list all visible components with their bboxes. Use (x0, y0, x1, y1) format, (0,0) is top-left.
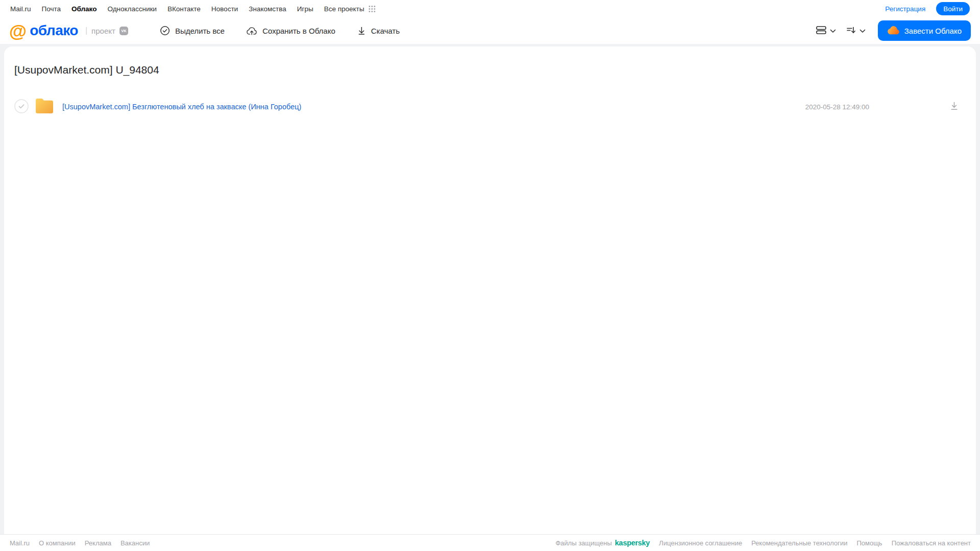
topbar-link-cloud[interactable]: Облако (71, 5, 97, 13)
file-name-link[interactable]: [UsupovMarket.com] Безглютеновый хлеб на… (62, 103, 301, 111)
page-title: [UsupovMarket.com] U_94804 (14, 64, 970, 76)
footer-link-help[interactable]: Помощь (856, 539, 882, 547)
select-all-label: Выделить все (175, 27, 225, 35)
topbar-link-dating[interactable]: Знакомства (249, 5, 286, 13)
list-view-icon (816, 26, 827, 36)
files-protected-label: Файлы защищены (556, 539, 612, 547)
footer-link-license[interactable]: Лицензионное соглашение (659, 539, 742, 547)
file-checkbox[interactable] (14, 99, 29, 115)
cloud-logo[interactable]: @ облако (9, 22, 78, 40)
view-mode-button[interactable] (816, 26, 836, 36)
select-all-button[interactable]: Выделить все (160, 26, 225, 36)
cloud-upload-icon (246, 26, 257, 36)
cloud-icon (887, 26, 899, 36)
topbar-link-games[interactable]: Игры (297, 5, 314, 13)
file-download-button[interactable] (950, 102, 959, 112)
chevron-down-icon (830, 27, 836, 35)
portal-topbar: Mail.ru Почта Облако Одноклассники ВКонт… (0, 0, 980, 17)
kaspersky-logo[interactable]: kaspersky (615, 539, 650, 547)
chevron-down-icon (859, 27, 866, 35)
header-right-controls: Завести Облако (816, 20, 971, 41)
project-label: проект (91, 27, 115, 35)
topbar-link-mail[interactable]: Почта (42, 5, 61, 13)
create-cloud-button[interactable]: Завести Облако (878, 20, 971, 41)
create-cloud-label: Завести Облако (904, 27, 962, 35)
download-label: Скачать (371, 27, 400, 35)
sort-icon (846, 26, 856, 36)
app-header: @ облако | проект VK Выделить все Сохран… (0, 17, 980, 44)
checkmark-circle-icon (160, 26, 170, 36)
topbar-link-mailru[interactable]: Mail.ru (10, 5, 31, 13)
topbar-link-odnoklassniki[interactable]: Одноклассники (107, 5, 156, 13)
footer-link-mailru[interactable]: Mail.ru (10, 539, 30, 547)
file-date: 2020-05-28 12:49:00 (805, 103, 869, 111)
file-row[interactable]: [UsupovMarket.com] Безглютеновый хлеб на… (10, 92, 970, 121)
vk-project-tag: | проект VK (85, 26, 128, 35)
footer-link-jobs[interactable]: Вакансии (121, 539, 150, 547)
topbar-link-vkontakte[interactable]: ВКонтакте (168, 5, 201, 13)
footer-link-report-content[interactable]: Пожаловаться на контент (892, 539, 971, 547)
save-to-cloud-label: Сохранить в Облако (262, 27, 336, 35)
vk-logo-icon: VK (119, 27, 128, 35)
sort-button[interactable] (846, 26, 866, 36)
apps-grid-icon[interactable] (369, 6, 375, 12)
page-footer: Mail.ru О компании Реклама Вакансии Файл… (0, 534, 980, 551)
cloud-logo-text: облако (30, 22, 78, 39)
mailru-at-icon: @ (9, 22, 27, 40)
registration-link[interactable]: Регистрация (885, 5, 925, 13)
save-to-cloud-button[interactable]: Сохранить в Облако (246, 26, 336, 36)
content-card: [UsupovMarket.com] U_94804 [UsupovMarket… (4, 46, 976, 534)
folder-icon (35, 97, 54, 116)
kaspersky-protection: Файлы защищены kaspersky (556, 539, 650, 547)
login-button[interactable]: Войти (936, 2, 970, 15)
download-icon (357, 26, 366, 35)
download-button[interactable]: Скачать (357, 26, 400, 35)
logo-divider: | (85, 26, 87, 35)
topbar-link-all-projects[interactable]: Все проекты (324, 5, 364, 13)
file-toolbar: Выделить все Сохранить в Облако Скачать (160, 26, 400, 36)
page-background: [UsupovMarket.com] U_94804 [UsupovMarket… (0, 44, 980, 534)
footer-link-about[interactable]: О компании (39, 539, 76, 547)
topbar-all-projects[interactable]: Все проекты (324, 5, 375, 13)
footer-link-ads[interactable]: Реклама (85, 539, 111, 547)
footer-link-recommendation-tech[interactable]: Рекомендательные технологии (751, 539, 847, 547)
topbar-link-news[interactable]: Новости (211, 5, 238, 13)
